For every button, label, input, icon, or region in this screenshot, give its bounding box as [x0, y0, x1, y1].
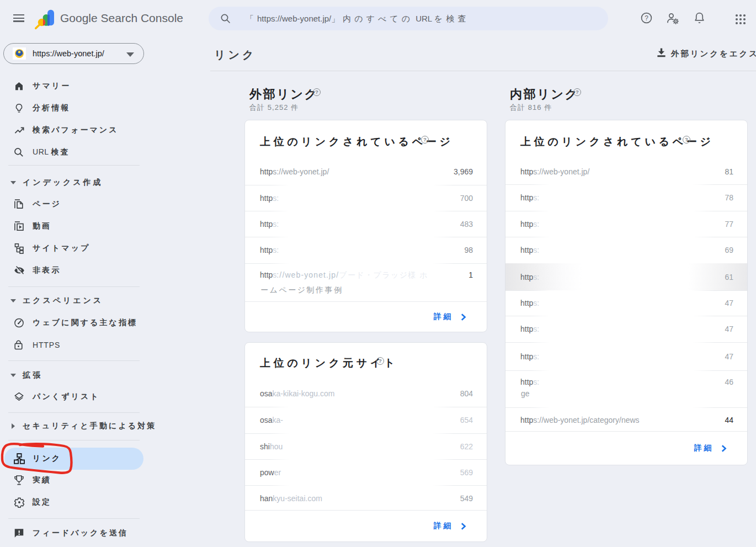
svg-text:?: ? [645, 14, 648, 22]
